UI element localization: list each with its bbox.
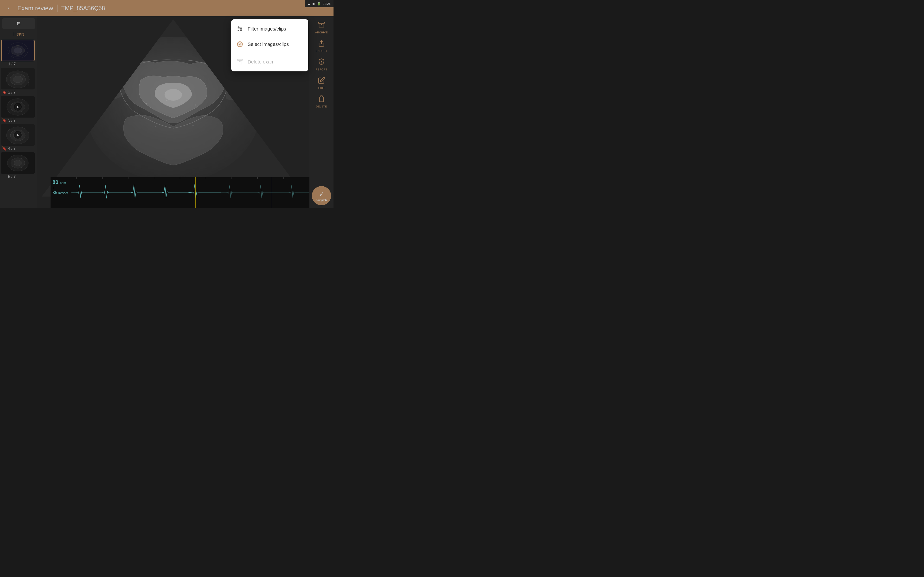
wifi-icon: ▲ bbox=[307, 2, 311, 5]
thumbnail-item-4[interactable]: ▶ 🔖 4 / 7 bbox=[1, 124, 36, 151]
thumbnail-counter-1: 🔖 1 / 7 bbox=[1, 61, 36, 67]
svg-rect-73 bbox=[318, 22, 325, 23]
play-icon-3: ▶ bbox=[14, 103, 22, 111]
svg-point-27 bbox=[155, 126, 156, 127]
svg-point-25 bbox=[181, 102, 182, 103]
dropdown-menu: Filter images/clips Select images/clips … bbox=[231, 19, 308, 71]
waveform-area: 80 bpm ⏸ 35 mm/sec bbox=[50, 177, 309, 208]
back-arrow-icon: ‹ bbox=[8, 5, 10, 11]
delete-icon bbox=[318, 95, 325, 104]
export-action[interactable]: EXPORT bbox=[315, 38, 328, 54]
complete-check-icon: ✓ bbox=[319, 190, 325, 198]
pause-symbol: ⏸ bbox=[52, 186, 68, 190]
speed-unit: mm/sec bbox=[58, 191, 68, 195]
dropdown-filter-label: Filter images/clips bbox=[247, 26, 286, 32]
dropdown-delete-label: Delete exam bbox=[247, 59, 275, 64]
signal-icon: ◉ bbox=[312, 2, 315, 5]
report-icon bbox=[318, 58, 325, 67]
svg-point-81 bbox=[238, 27, 239, 28]
thumbnail-image-1 bbox=[1, 40, 35, 61]
dropdown-item-delete[interactable]: Delete exam bbox=[231, 54, 308, 69]
thumbnail-image-3: ▶ bbox=[1, 96, 35, 118]
patient-id: TMP_85AS6Q58 bbox=[61, 5, 105, 11]
header: ‹ Exam review TMP_85AS6Q58 bbox=[0, 0, 333, 16]
archive-icon bbox=[318, 21, 325, 30]
svg-point-19 bbox=[14, 160, 22, 166]
delete-action[interactable]: DELETE bbox=[315, 93, 328, 110]
thumbnail-image-5 bbox=[1, 152, 35, 174]
bookmark-icon-2: 🔖 bbox=[2, 90, 7, 95]
bookmark-icon-1: 🔖 bbox=[2, 62, 7, 66]
bookmark-icon-3: 🔖 bbox=[2, 118, 7, 122]
filter-icon bbox=[236, 25, 244, 33]
archive-label: ARCHIVE bbox=[315, 31, 328, 34]
svg-point-23 bbox=[145, 103, 147, 104]
thumbnail-image-2 bbox=[1, 68, 35, 89]
right-sidebar: ARCHIVE EXPORT bbox=[309, 16, 333, 208]
section-label: Heart bbox=[0, 31, 37, 39]
speed-value: 35 bbox=[52, 190, 57, 195]
svg-point-24 bbox=[166, 100, 168, 101]
svg-point-26 bbox=[195, 104, 197, 106]
thumbnail-counter-5: 🔖 5 / 7 bbox=[1, 174, 36, 179]
svg-point-82 bbox=[241, 28, 242, 29]
complete-label: Complete bbox=[315, 198, 328, 201]
dropdown-select-label: Select images/clips bbox=[247, 42, 289, 47]
delete-label: DELETE bbox=[316, 105, 327, 108]
svg-point-28 bbox=[192, 125, 194, 126]
thumbnail-item-1[interactable]: 🔖 1 / 7 bbox=[1, 40, 36, 67]
battery-icon: 🔋 bbox=[317, 2, 321, 5]
bpm-unit: bpm bbox=[60, 181, 66, 185]
report-action[interactable]: REPORT bbox=[315, 56, 328, 73]
bpm-value: 80 bbox=[52, 179, 58, 185]
ecg-waveform-svg bbox=[50, 177, 309, 208]
thumbnail-counter-4: 🔖 4 / 7 bbox=[1, 146, 36, 151]
edit-label: EDIT bbox=[318, 87, 325, 89]
edit-icon bbox=[318, 77, 325, 85]
svg-point-3 bbox=[14, 48, 22, 53]
left-sidebar: ⊟ Heart 🔖 1 / 7 bbox=[0, 16, 37, 208]
export-icon bbox=[318, 40, 325, 48]
dropdown-item-filter[interactable]: Filter images/clips bbox=[231, 21, 308, 37]
filter-button[interactable]: ⊟ bbox=[2, 18, 36, 29]
bookmark-icon-4: 🔖 bbox=[2, 146, 7, 151]
page-title: Exam review bbox=[17, 5, 53, 12]
filter-sliders-icon: ⊟ bbox=[17, 21, 21, 26]
archive-action[interactable]: ARCHIVE bbox=[314, 19, 329, 36]
svg-point-22 bbox=[165, 89, 182, 100]
play-icon-4: ▶ bbox=[14, 131, 22, 139]
complete-button[interactable]: ✓ Complete bbox=[312, 186, 331, 205]
svg-point-83 bbox=[239, 30, 240, 31]
thumbnail-counter-2: 🔖 2 / 7 bbox=[1, 89, 36, 95]
dropdown-item-select[interactable]: Select images/clips bbox=[231, 37, 308, 52]
report-label: REPORT bbox=[316, 68, 328, 71]
svg-point-7 bbox=[13, 76, 23, 83]
header-divider bbox=[57, 5, 58, 12]
check-circle-icon bbox=[236, 40, 244, 48]
time-display: 22:26 bbox=[323, 2, 331, 5]
thumbnail-list: 🔖 1 / 7 🔖 2 / 7 bbox=[0, 39, 37, 208]
edit-action[interactable]: EDIT bbox=[317, 75, 326, 91]
thumbnail-item-2[interactable]: 🔖 2 / 7 bbox=[1, 68, 36, 95]
thumbnail-item-3[interactable]: ▶ 🔖 3 / 7 bbox=[1, 96, 36, 123]
export-label: EXPORT bbox=[316, 50, 327, 52]
thumbnail-image-4: ▶ bbox=[1, 124, 35, 146]
back-button[interactable]: ‹ bbox=[4, 3, 13, 13]
svg-point-77 bbox=[321, 63, 321, 63]
status-bar: ▲ ◉ 🔋 22:26 bbox=[305, 0, 333, 7]
waveform-info: 80 bpm ⏸ 35 mm/sec bbox=[52, 179, 68, 195]
thumbnail-item-5[interactable]: 🔖 5 / 7 bbox=[1, 152, 36, 179]
delete-exam-icon bbox=[236, 58, 244, 66]
thumbnail-counter-3: 🔖 3 / 7 bbox=[1, 118, 36, 123]
